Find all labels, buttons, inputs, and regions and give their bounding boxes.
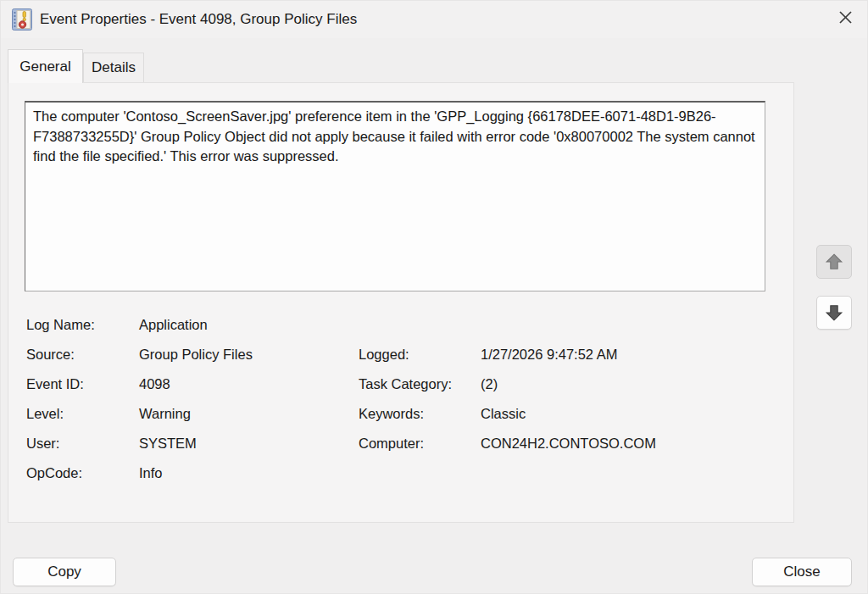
field-value-keywords: Classic	[481, 406, 526, 422]
field-label-logged: Logged:	[359, 347, 409, 363]
field-label-level: Level:	[26, 406, 64, 422]
next-event-button[interactable]	[816, 296, 852, 330]
field-value-user: SYSTEM	[139, 436, 197, 452]
field-value-task-category: (2)	[481, 376, 498, 392]
tab-general[interactable]: General	[8, 49, 83, 83]
copy-button[interactable]: Copy	[13, 558, 116, 586]
field-value-event-id: 4098	[139, 376, 170, 392]
close-icon[interactable]	[828, 3, 862, 31]
event-properties-dialog: Event Properties - Event 4098, Group Pol…	[0, 0, 868, 594]
field-label-source: Source:	[26, 347, 75, 363]
field-value-level: Warning	[139, 406, 191, 422]
field-value-computer: CON24H2.CONTOSO.COM	[481, 436, 656, 452]
arrow-up-icon	[825, 253, 843, 271]
event-log-icon	[12, 8, 32, 31]
arrow-down-icon	[825, 303, 843, 322]
field-label-event-id: Event ID:	[26, 376, 84, 392]
field-label-keywords: Keywords:	[359, 406, 424, 422]
field-label-opcode: OpCode:	[26, 465, 82, 481]
previous-event-button[interactable]	[816, 245, 852, 279]
field-value-log-name: Application	[139, 317, 208, 333]
field-label-task-category: Task Category:	[359, 376, 452, 392]
event-message-box[interactable]: The computer 'Contoso_ScreenSaver.jpg' p…	[25, 101, 765, 291]
field-value-opcode: Info	[139, 465, 163, 481]
field-label-log-name: Log Name:	[26, 317, 95, 333]
field-label-user: User:	[26, 436, 59, 452]
field-value-logged: 1/27/2026 9:47:52 AM	[481, 347, 617, 363]
close-button[interactable]: Close	[752, 558, 852, 586]
title-bar: Event Properties - Event 4098, Group Pol…	[1, 1, 868, 38]
window-title: Event Properties - Event 4098, Group Pol…	[40, 11, 357, 28]
tab-details[interactable]: Details	[83, 53, 144, 82]
field-value-source: Group Policy Files	[139, 347, 253, 363]
field-label-computer: Computer:	[359, 436, 424, 452]
